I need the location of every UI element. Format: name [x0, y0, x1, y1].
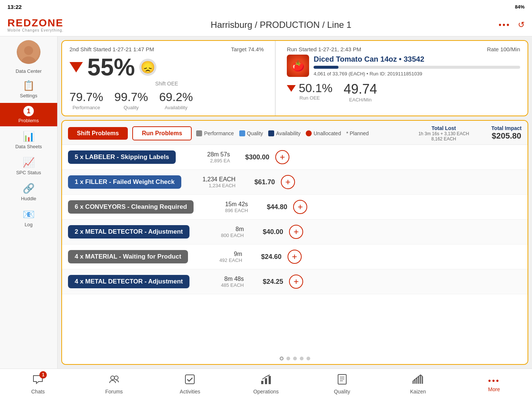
table-row: 4 x MATERIAL - Waiting for Product 9m 49…: [62, 244, 528, 269]
problem-impact: $24.60: [248, 253, 282, 261]
log-icon: 📧: [23, 209, 35, 220]
more-options-button[interactable]: •••: [499, 20, 510, 30]
data-center-label: Data Center: [16, 67, 42, 75]
availability-label: Availability: [159, 105, 193, 110]
log-label: Log: [25, 222, 33, 227]
run-metrics: 50.1% Run OEE 49.74 EACH/Min: [287, 81, 520, 103]
legend-planned: * Planned: [346, 130, 369, 136]
availability-value: 69.2%: [159, 90, 193, 104]
shift-target: Target 74.4%: [231, 46, 264, 52]
operations-label: Operations: [253, 389, 279, 395]
add-problem-button[interactable]: +: [289, 275, 303, 289]
more-icon: •••: [488, 376, 500, 386]
pagination-dot-3[interactable]: [293, 357, 297, 360]
sidebar-item-log[interactable]: 📧 Log: [0, 206, 57, 230]
add-problem-button[interactable]: +: [293, 200, 307, 214]
activities-label: Activities: [180, 389, 200, 395]
problem-badge: 5 x LABELER - Skipping Labels: [68, 150, 176, 164]
user-avatar[interactable]: [17, 40, 40, 64]
planned-legend-label: * Planned: [346, 130, 369, 136]
data-sheets-label: Data Sheets: [15, 144, 42, 149]
sidebar-item-data-sheets[interactable]: 📊 Data Sheets: [0, 128, 57, 152]
tab-activities[interactable]: Activities: [152, 369, 228, 399]
shift-oee-panel: 2nd Shift Started 1-27-21 1:47 PM Target…: [62, 41, 271, 116]
tab-operations[interactable]: Operations: [228, 369, 304, 399]
chats-icon: 1: [32, 373, 44, 388]
problem-units: 800 EACH: [195, 233, 244, 238]
tab-kaizen[interactable]: Kaizen: [380, 369, 456, 399]
pagination-dot-4[interactable]: [300, 357, 304, 360]
run-panel: Run Started 1-27-21, 2:43 PM Rate 100/Mi…: [279, 41, 528, 116]
problem-impact: $61.70: [241, 178, 275, 186]
total-lost-value: 1h 3m 16s + 3,130 EACH: [418, 131, 469, 136]
performance-legend-dot: [196, 130, 202, 136]
unallocated-legend-label: Unallocated: [314, 130, 341, 136]
sidebar-item-problems[interactable]: 1 Problems: [0, 103, 57, 126]
chats-badge: 1: [39, 371, 47, 379]
problem-stats: 15m 42s 896 EACH: [200, 201, 248, 213]
problem-badge: 4 x MATERIAL - Waiting for Product: [68, 250, 188, 263]
problem-impact: $24.25: [250, 278, 283, 286]
availability-legend-label: Availability: [276, 130, 301, 136]
table-row: 5 x LABELER - Skipping Labels 28m 57s 2,…: [62, 145, 528, 170]
add-problem-button[interactable]: +: [275, 150, 289, 164]
huddle-label: Huddle: [21, 196, 36, 201]
tab-chats[interactable]: 1 Chats: [0, 369, 76, 399]
avatar-image: [17, 40, 40, 64]
run-problems-tab[interactable]: Run Problems: [132, 126, 192, 140]
page-title: Harrisburg / PRODUCTION / Line 1: [211, 20, 351, 30]
logo-text: REDZONE: [7, 17, 64, 29]
spc-status-label: SPC Status: [16, 170, 41, 175]
quality-stat: 99.7% Quality: [114, 90, 148, 110]
sidebar-item-huddle[interactable]: 🔗 Huddle: [0, 180, 57, 204]
kaizen-icon: [412, 373, 424, 388]
problem-units: 485 EACH: [195, 282, 244, 288]
run-down-triangle-icon: [287, 85, 296, 92]
pagination-dot-1[interactable]: [280, 357, 283, 360]
problem-time: 15m 42s: [200, 201, 248, 208]
legend-performance: Performance: [196, 130, 234, 136]
add-problem-button[interactable]: +: [281, 175, 295, 189]
problem-time: 8m 48s: [195, 276, 244, 282]
quality-label: Quality: [334, 389, 350, 395]
sidebar-item-spc-status[interactable]: 📈 SPC Status: [0, 154, 57, 178]
product-image: 🍅: [287, 55, 309, 77]
tab-more[interactable]: ••• More: [456, 369, 532, 399]
shift-problems-tab[interactable]: Shift Problems: [68, 127, 128, 140]
settings-label: Settings: [20, 93, 38, 98]
problems-label: Problems: [19, 118, 39, 123]
unallocated-legend-dot: [306, 130, 312, 136]
run-oee-value: 50.1%: [299, 81, 332, 95]
performance-label: Performance: [69, 105, 103, 110]
huddle-icon: 🔗: [23, 183, 35, 194]
logo-subtitle: Mobile Changes Everything.: [7, 28, 64, 32]
add-problem-button[interactable]: +: [289, 225, 303, 239]
tab-forums[interactable]: Forums: [76, 369, 152, 399]
product-row: 🍅 Diced Tomato Can 14oz • 33542 4,061 of…: [287, 55, 520, 77]
activities-icon: [184, 373, 196, 388]
sidebar-item-settings[interactable]: 📋 Settings: [0, 77, 57, 101]
svg-rect-8: [338, 374, 346, 384]
each-min-metric: 49.74 EACH/Min: [344, 81, 377, 103]
oee-value: 55%: [87, 55, 135, 79]
add-problem-button[interactable]: +: [288, 250, 302, 264]
svg-point-1: [21, 56, 36, 64]
sidebar: Data Center 📋 Settings 1 Problems 📊 Data…: [0, 36, 58, 369]
problem-stats: 8m 48s 485 EACH: [195, 276, 244, 288]
sad-face-icon: 😞: [139, 59, 156, 76]
main-layout: Data Center 📋 Settings 1 Problems 📊 Data…: [0, 36, 532, 369]
app-logo: REDZONE Mobile Changes Everything.: [7, 17, 64, 32]
svg-point-3: [114, 376, 118, 380]
problem-impact: $300.00: [236, 153, 269, 161]
tab-quality[interactable]: Quality: [304, 369, 380, 399]
svg-rect-5: [261, 381, 263, 384]
kaizen-label: Kaizen: [410, 389, 426, 395]
refresh-button[interactable]: ↺: [518, 20, 525, 30]
pagination-dot-2[interactable]: [286, 357, 290, 360]
quality-legend-label: Quality: [247, 130, 263, 136]
total-impact-col: Total Impact $205.80: [492, 125, 522, 141]
content-area: 2nd Shift Started 1-27-21 1:47 PM Target…: [58, 36, 532, 369]
svg-rect-6: [265, 378, 267, 384]
svg-rect-7: [269, 376, 271, 384]
pagination-dot-5[interactable]: [306, 357, 310, 360]
